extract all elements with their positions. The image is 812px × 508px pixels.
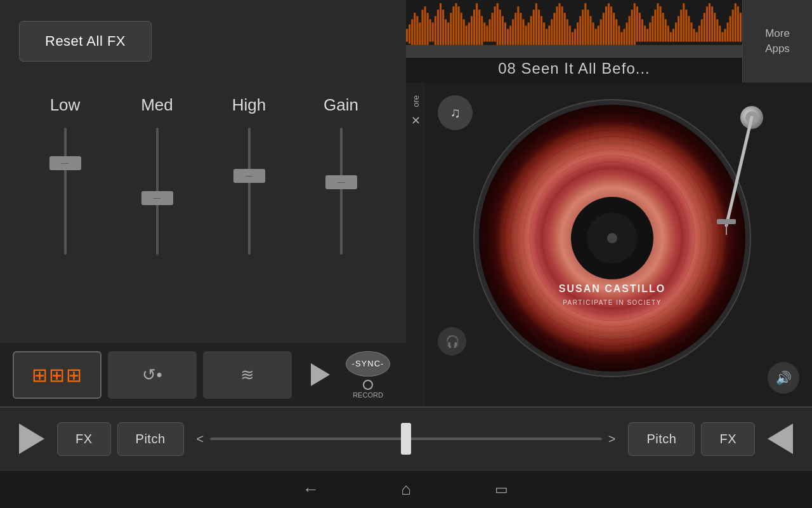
svg-rect-5 bbox=[416, 16, 418, 45]
record-circle bbox=[363, 380, 373, 390]
left-panel-top: Reset All FX bbox=[0, 0, 406, 83]
high-slider-track[interactable] bbox=[248, 128, 251, 255]
svg-rect-123 bbox=[721, 32, 723, 42]
waveform-container[interactable]: 08 Seen It All Befo... bbox=[406, 0, 742, 83]
svg-rect-26 bbox=[471, 16, 473, 45]
svg-rect-81 bbox=[613, 13, 615, 45]
play-small-button[interactable] bbox=[304, 359, 336, 391]
bottom-bar: FX Pitch < > Pitch FX bbox=[0, 406, 812, 470]
svg-rect-59 bbox=[556, 6, 558, 45]
svg-rect-128 bbox=[735, 3, 737, 42]
svg-rect-130 bbox=[740, 13, 742, 42]
svg-rect-67 bbox=[577, 22, 579, 44]
svg-rect-50 bbox=[533, 10, 535, 45]
svg-rect-51 bbox=[535, 3, 537, 45]
svg-rect-80 bbox=[610, 6, 612, 45]
pitch-right-button[interactable]: Pitch bbox=[628, 422, 695, 456]
svg-rect-17 bbox=[447, 22, 449, 44]
home-nav-button[interactable]: ⌂ bbox=[390, 477, 422, 502]
svg-rect-117 bbox=[706, 6, 708, 42]
svg-rect-119 bbox=[711, 6, 713, 42]
svg-rect-91 bbox=[639, 13, 641, 42]
svg-rect-124 bbox=[724, 29, 726, 42]
svg-rect-32 bbox=[486, 25, 488, 41]
med-slider-handle[interactable] bbox=[141, 191, 173, 205]
svg-rect-98 bbox=[657, 3, 658, 42]
svg-rect-24 bbox=[466, 25, 468, 44]
svg-rect-10 bbox=[429, 19, 431, 41]
svg-rect-85 bbox=[623, 29, 625, 45]
low-slider-track[interactable] bbox=[64, 128, 67, 255]
svg-rect-105 bbox=[675, 22, 677, 41]
fx-left-button[interactable]: FX bbox=[57, 422, 111, 456]
high-slider-handle[interactable] bbox=[233, 169, 265, 183]
record-label: RECORD bbox=[353, 391, 383, 399]
more-apps-button[interactable]: More Apps bbox=[742, 0, 812, 83]
svg-rect-53 bbox=[540, 16, 542, 45]
svg-rect-82 bbox=[615, 19, 617, 44]
app-container: Reset All FX bbox=[0, 0, 812, 508]
svg-rect-29 bbox=[478, 10, 480, 45]
recent-nav-icon: ▭ bbox=[495, 481, 508, 498]
eq-channel-med: Med bbox=[111, 95, 203, 255]
svg-rect-116 bbox=[704, 13, 705, 42]
svg-rect-33 bbox=[488, 19, 490, 41]
wave-fx-icon: ≋ bbox=[240, 365, 254, 385]
svg-rect-96 bbox=[652, 16, 653, 41]
svg-rect-78 bbox=[605, 6, 607, 45]
crossfader-track[interactable] bbox=[210, 438, 602, 440]
svg-rect-54 bbox=[543, 22, 545, 44]
close-button[interactable]: ✕ bbox=[411, 114, 421, 128]
reset-fx-button[interactable]: Reset All FX bbox=[19, 21, 152, 62]
volume-button[interactable]: 🔊 bbox=[768, 362, 799, 394]
loop-fx-button[interactable]: ↺• bbox=[108, 351, 197, 399]
pitch-left-button[interactable]: Pitch bbox=[117, 422, 184, 456]
svg-rect-35 bbox=[494, 6, 496, 42]
svg-rect-93 bbox=[644, 25, 646, 41]
eq-fx-icon: ⊞⊞⊞ bbox=[32, 364, 83, 386]
crossfader-left-arrow[interactable]: < bbox=[197, 432, 204, 446]
med-slider-track[interactable] bbox=[156, 128, 159, 255]
svg-rect-48 bbox=[528, 22, 530, 44]
svg-rect-21 bbox=[458, 6, 460, 45]
middle-section: Low Med High bbox=[0, 83, 812, 406]
sync-button[interactable]: -SYNC- bbox=[346, 351, 390, 377]
music-icon-button[interactable]: ♫ bbox=[438, 95, 473, 130]
play-left-button[interactable] bbox=[13, 420, 51, 458]
svg-text:PARTICIPATE IN SOCIETY: PARTICIPATE IN SOCIETY bbox=[563, 299, 662, 306]
svg-rect-110 bbox=[688, 16, 690, 41]
turntable: SUSAN CASTILLO PARTICIPATE IN SOCIETY bbox=[473, 98, 764, 391]
nav-bar: ← ⌂ ▭ bbox=[0, 470, 812, 508]
eq-fx-button[interactable]: ⊞⊞⊞ bbox=[13, 351, 102, 399]
eq-label-low: Low bbox=[50, 95, 81, 115]
svg-rect-40 bbox=[507, 29, 509, 45]
turntable-panel: ♫ 🎧 bbox=[425, 83, 812, 406]
fx-right-button[interactable]: FX bbox=[701, 422, 755, 456]
gain-slider-track[interactable] bbox=[340, 128, 343, 255]
svg-rect-4 bbox=[414, 13, 416, 45]
headphone-button[interactable]: 🎧 bbox=[438, 327, 466, 356]
svg-rect-109 bbox=[685, 10, 687, 42]
back-nav-icon: ← bbox=[303, 479, 319, 499]
svg-rect-52 bbox=[538, 10, 540, 45]
play-left-triangle bbox=[19, 424, 44, 454]
svg-rect-42 bbox=[512, 19, 514, 44]
svg-rect-8 bbox=[424, 6, 426, 45]
svg-rect-13 bbox=[437, 10, 439, 45]
svg-rect-126 bbox=[730, 16, 731, 41]
svg-rect-61 bbox=[561, 6, 563, 45]
svg-rect-79 bbox=[608, 3, 610, 45]
back-nav-button[interactable]: ← bbox=[295, 477, 327, 502]
gain-slider-handle[interactable] bbox=[325, 175, 357, 189]
svg-rect-73 bbox=[593, 22, 594, 44]
recent-nav-button[interactable]: ▭ bbox=[485, 477, 517, 502]
svg-rect-94 bbox=[646, 29, 648, 42]
wave-fx-button[interactable]: ≋ bbox=[203, 351, 292, 399]
svg-rect-36 bbox=[497, 3, 499, 45]
svg-rect-58 bbox=[553, 13, 555, 45]
crossfader-right-arrow[interactable]: > bbox=[608, 432, 616, 446]
low-slider-handle[interactable] bbox=[49, 156, 81, 170]
crossfader-handle[interactable] bbox=[401, 423, 411, 455]
svg-rect-55 bbox=[546, 29, 547, 45]
play-right-button[interactable] bbox=[761, 420, 799, 458]
